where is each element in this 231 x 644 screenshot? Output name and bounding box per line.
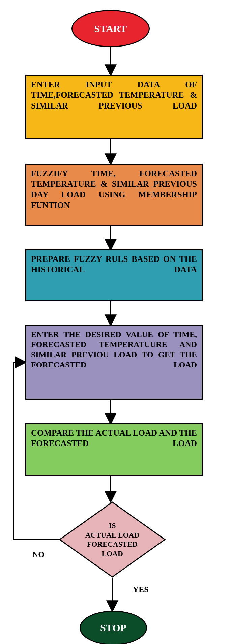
compare-step: COMPARE THE ACTUAL LOAD AND THE FORECAST… <box>25 423 203 476</box>
fuzzy-rules-text: PREPARE FUZZY RULS BASED ON THE HISTORIC… <box>31 254 197 274</box>
fuzzify-step: FUZZIFY TIME, FORECASTED TEMPERATURE & S… <box>25 164 203 226</box>
start-node: START <box>71 10 150 47</box>
no-label: NO <box>32 550 45 559</box>
compare-text: COMPARE THE ACTUAL LOAD AND THE FORECAST… <box>31 428 197 448</box>
stop-node: STOP <box>80 611 147 644</box>
stop-label: STOP <box>100 621 126 634</box>
fuzzy-rules-step: PREPARE FUZZY RULS BASED ON THE HISTORIC… <box>25 249 203 301</box>
fuzzify-text: FUZZIFY TIME, FORECASTED TEMPERATURE & S… <box>31 169 197 210</box>
input-data-text: ENTER INPUT DATA OF TIME,FORECASTED TEMP… <box>31 80 197 110</box>
start-label: START <box>94 22 127 35</box>
decision-text: IS ACTUAL LOAD FORECASTED LOAD <box>85 521 140 558</box>
decision-node: IS ACTUAL LOAD FORECASTED LOAD <box>59 501 166 578</box>
desired-value-step: ENTER THE DESIRED VALUE OF TIME, FORECAS… <box>25 325 203 400</box>
desired-value-text: ENTER THE DESIRED VALUE OF TIME, FORECAS… <box>31 330 197 369</box>
input-data-step: ENTER INPUT DATA OF TIME,FORECASTED TEMP… <box>25 75 203 139</box>
flowchart-container: START ENTER INPUT DATA OF TIME,FORECASTE… <box>0 7 231 644</box>
yes-label: YES <box>133 585 149 594</box>
